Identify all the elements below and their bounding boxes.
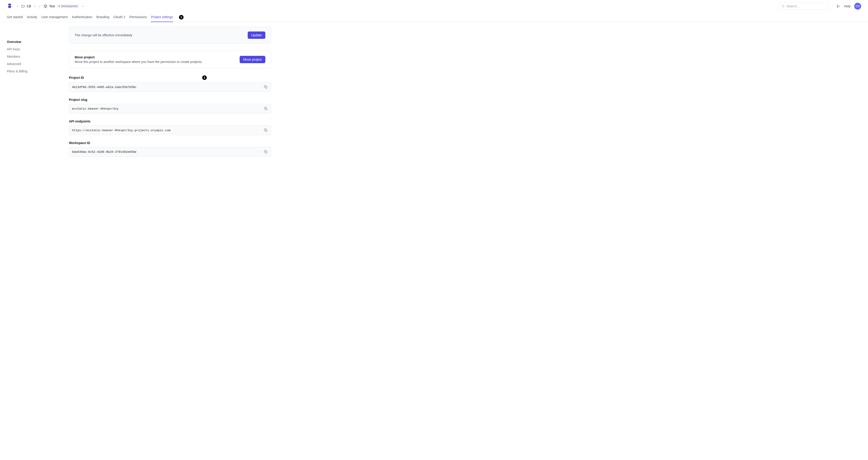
main-container: Overview API Keys Members Advanced Plans… [0,22,868,167]
breadcrumb-workspace[interactable]: CB [21,4,36,8]
update-card: The change will be effective immediately… [69,27,271,44]
project-id-label-row: Project ID 2 [69,75,271,80]
project-slug-label-row: Project slug [69,98,271,101]
copy-api-endpoints-button[interactable] [264,128,268,132]
workspace-name: CB [27,4,31,8]
project-slug-value-box: ecstatic-beaver-0hkvpcr3sy [69,104,271,114]
search-input[interactable] [786,4,826,8]
breadcrumb-separator: / [17,4,18,8]
annotation-badge-2: 2 [202,75,207,80]
svg-rect-5 [266,130,267,131]
copy-icon [264,85,268,89]
chevron-down-icon [81,5,84,8]
update-button[interactable]: Update [248,31,266,39]
api-endpoints-value: https://ecstatic-beaver-0hkvpcr3sy.proje… [72,129,264,132]
copy-icon [264,107,268,111]
project-slug-section: Project slug ecstatic-beaver-0hkvpcr3sy [69,98,271,114]
project-id-value: 4b13df9d-3555-4485-a62a-2adc55d7b50c [72,86,264,89]
workspace-id-section: Workspace ID 6de839da-8c52-4109-9b28-379… [69,141,271,157]
move-project-desc: Move this project to another workspace w… [75,60,203,64]
avatar[interactable]: CN [854,3,861,10]
breadcrumb: / CB / Test Development [17,4,84,8]
folder-icon [21,4,25,8]
copy-icon [264,128,268,132]
environment-badge: Development [57,4,79,8]
project-slug-label: Project slug [69,98,87,101]
update-notice: The change will be effective immediately [75,33,132,37]
workspace-id-label: Workspace ID [69,141,90,145]
copy-icon [264,150,268,154]
svg-point-0 [8,4,11,5]
app-logo[interactable] [7,3,12,9]
avatar-initials: CN [856,5,860,8]
tab-user-management[interactable]: User management [41,12,68,22]
workspace-id-value: 6de839da-8c52-4109-9b28-3791492e650e [72,150,264,154]
api-endpoints-value-box: https://ecstatic-beaver-0hkvpcr3sy.proje… [69,125,271,135]
sidebar: Overview API Keys Members Advanced Plans… [7,27,53,163]
content: The change will be effective immediately… [69,27,271,163]
project-id-label: Project ID [69,76,84,80]
move-project-body: Move project Move this project to anothe… [69,51,271,68]
svg-rect-6 [266,151,267,153]
move-project-title: Move project [75,55,203,59]
search-icon [781,4,784,8]
environment-label: Development [61,5,78,8]
chevron-down-icon [33,5,36,8]
api-endpoints-label: API endpoints [69,120,91,123]
tab-get-started[interactable]: Get started [7,12,23,22]
api-endpoints-section: API endpoints https://ecstatic-beaver-0h… [69,120,271,135]
sidebar-item-overview[interactable]: Overview [7,38,53,45]
play-icon[interactable] [837,4,840,8]
svg-rect-3 [266,87,267,88]
workspace-id-value-box: 6de839da-8c52-4109-9b28-3791492e650e [69,147,271,157]
sidebar-item-plans-billing[interactable]: Plans & Billing [7,67,53,75]
project-id-value-box: 4b13df9d-3555-4485-a62a-2adc55d7b50c [69,82,271,92]
cube-icon [44,4,47,8]
sidebar-item-members[interactable]: Members [7,53,53,60]
tab-permissions[interactable]: Permissions [129,12,147,22]
update-card-footer: The change will be effective immediately… [69,27,271,43]
help-link[interactable]: Help [844,4,850,8]
status-dot-icon [59,5,60,7]
tab-oauth2[interactable]: OAuth 2 [114,12,125,22]
divider [833,4,833,8]
header: / CB / Test Development [0,0,868,12]
svg-point-2 [782,5,784,7]
breadcrumb-project[interactable]: Test Development [44,4,84,8]
main-tabs: Get started Activity User management Aut… [0,12,868,22]
sidebar-item-advanced[interactable]: Advanced [7,60,53,67]
sidebar-item-api-keys[interactable]: API Keys [7,45,53,53]
annotation-badge-1: 1 [179,15,184,20]
breadcrumb-separator: / [39,4,40,8]
tab-project-settings[interactable]: Project settings [151,12,173,22]
copy-project-slug-button[interactable] [264,106,268,111]
copy-project-id-button[interactable] [264,85,268,89]
header-right: Help CN [778,3,861,10]
move-project-card: Move project Move this project to anothe… [69,51,271,68]
copy-workspace-id-button[interactable] [264,150,268,154]
move-project-button[interactable]: Move project [240,56,266,63]
workspace-id-label-row: Workspace ID [69,141,271,145]
project-id-section: Project ID 2 4b13df9d-3555-4485-a62a-2ad… [69,75,271,92]
svg-rect-4 [266,108,267,110]
move-project-text: Move project Move this project to anothe… [75,55,203,64]
project-slug-value: ecstatic-beaver-0hkvpcr3sy [72,107,264,111]
api-endpoints-label-row: API endpoints [69,120,271,123]
tab-authentication[interactable]: Authentication [72,12,92,22]
tab-activity[interactable]: Activity [27,12,37,22]
tab-branding[interactable]: Branding [96,12,110,22]
search-box[interactable] [778,3,829,10]
project-name: Test [49,4,55,8]
svg-point-1 [8,5,11,8]
